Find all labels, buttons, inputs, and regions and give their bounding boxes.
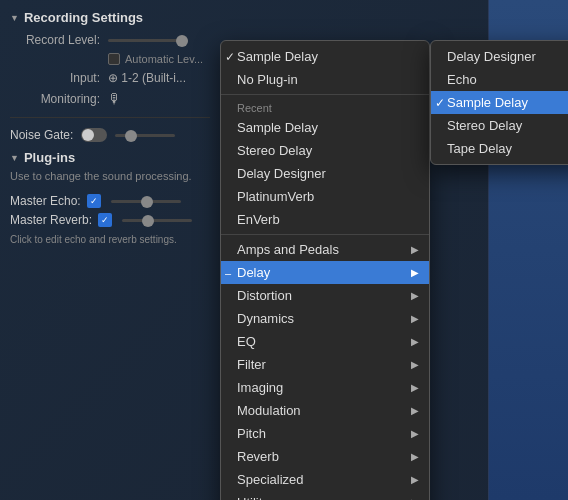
category-filter-label: Filter [237, 357, 266, 372]
recent-platinumverb[interactable]: PlatinumVerb [221, 185, 429, 208]
recent-stereo-delay[interactable]: Stereo Delay [221, 139, 429, 162]
master-reverb-row: Master Reverb: ✓ [10, 213, 230, 227]
amps-pedals-arrow: ▶ [411, 244, 419, 255]
record-level-row: Record Level: [10, 33, 230, 47]
recent-stereo-delay-label: Stereo Delay [237, 143, 312, 158]
eq-arrow: ▶ [411, 336, 419, 347]
sub-sample-delay-label: Sample Delay [447, 95, 528, 110]
sub-delay-designer-label: Delay Designer [447, 49, 536, 64]
category-imaging[interactable]: Imaging ▶ [221, 376, 429, 399]
noise-gate-row: Noise Gate: [10, 128, 230, 142]
master-echo-row: Master Echo: ✓ [10, 194, 230, 208]
master-reverb-checkbox[interactable]: ✓ [98, 213, 112, 227]
master-echo-checkbox[interactable]: ✓ [87, 194, 101, 208]
plugins-triangle-icon: ▼ [10, 153, 19, 163]
recent-platinumverb-label: PlatinumVerb [237, 189, 314, 204]
master-echo-slider[interactable] [111, 200, 181, 203]
sub-echo[interactable]: Echo [431, 68, 568, 91]
record-level-slider[interactable] [108, 39, 188, 42]
plugins-section: ▼ Plug-ins Use to change the sound proce… [10, 150, 230, 247]
menu-item-sample-delay-top-label: Sample Delay [237, 49, 318, 64]
menu-item-no-plugin-label: No Plug-in [237, 72, 298, 87]
separator-2 [221, 234, 429, 235]
sub-stereo-delay[interactable]: Stereo Delay [431, 114, 568, 137]
category-utility[interactable]: Utility ▶ [221, 491, 429, 500]
input-label: Input: [10, 71, 100, 85]
modulation-arrow: ▶ [411, 405, 419, 416]
recent-enverb[interactable]: EnVerb [221, 208, 429, 231]
dynamics-arrow: ▶ [411, 313, 419, 324]
sub-sample-delay[interactable]: Sample Delay [431, 91, 568, 114]
main-dropdown-menu: Sample Delay No Plug-in Recent Sample De… [220, 40, 430, 500]
category-dynamics[interactable]: Dynamics ▶ [221, 307, 429, 330]
recent-label: Recent [221, 98, 429, 116]
monitoring-label: Monitoring: [10, 92, 100, 106]
category-filter[interactable]: Filter ▶ [221, 353, 429, 376]
category-amps-pedals[interactable]: Amps and Pedals ▶ [221, 238, 429, 261]
category-pitch[interactable]: Pitch ▶ [221, 422, 429, 445]
input-row: Input: ⊕ 1-2 (Built-i... [10, 71, 230, 85]
input-value: ⊕ 1-2 (Built-i... [108, 71, 186, 85]
master-reverb-slider[interactable] [122, 219, 192, 222]
category-utility-label: Utility [237, 495, 269, 500]
noise-gate-label: Noise Gate: [10, 128, 73, 142]
sub-tape-delay[interactable]: Tape Delay [431, 137, 568, 160]
auto-level-checkbox[interactable] [108, 53, 120, 65]
category-delay-label: Delay [237, 265, 270, 280]
specialized-arrow: ▶ [411, 474, 419, 485]
mic-icon: 🎙 [108, 91, 122, 107]
category-imaging-label: Imaging [237, 380, 283, 395]
noise-gate-toggle[interactable] [81, 128, 107, 142]
category-amps-pedals-label: Amps and Pedals [237, 242, 339, 257]
noise-gate-slider[interactable] [115, 134, 175, 137]
click-to-edit-text: Click to edit echo and reverb settings. [10, 233, 230, 247]
sub-delay-designer[interactable]: Delay Designer [431, 45, 568, 68]
recent-enverb-label: EnVerb [237, 212, 280, 227]
noise-gate-thumb [125, 130, 137, 142]
master-reverb-thumb [142, 215, 154, 227]
category-delay[interactable]: – Delay ▶ [221, 261, 429, 284]
sub-stereo-delay-label: Stereo Delay [447, 118, 522, 133]
delay-arrow: ▶ [411, 267, 419, 278]
category-eq-label: EQ [237, 334, 256, 349]
menu-item-no-plugin[interactable]: No Plug-in [221, 68, 429, 91]
recording-settings-header: ▼ Recording Settings [10, 10, 230, 25]
record-level-label: Record Level: [10, 33, 100, 47]
monitoring-row: Monitoring: 🎙 [10, 91, 230, 107]
category-reverb-label: Reverb [237, 449, 279, 464]
category-eq[interactable]: EQ ▶ [221, 330, 429, 353]
category-distortion-label: Distortion [237, 288, 292, 303]
imaging-arrow: ▶ [411, 382, 419, 393]
recent-sample-delay-label: Sample Delay [237, 120, 318, 135]
recent-delay-designer[interactable]: Delay Designer [221, 162, 429, 185]
master-reverb-label: Master Reverb: [10, 213, 92, 227]
auto-level-row: Automatic Lev... [108, 53, 230, 65]
category-modulation[interactable]: Modulation ▶ [221, 399, 429, 422]
recent-sample-delay[interactable]: Sample Delay [221, 116, 429, 139]
triangle-icon: ▼ [10, 13, 19, 23]
menu-item-sample-delay-top[interactable]: Sample Delay [221, 45, 429, 68]
sub-echo-label: Echo [447, 72, 477, 87]
divider-1 [10, 117, 210, 118]
category-reverb[interactable]: Reverb ▶ [221, 445, 429, 468]
auto-level-label: Automatic Lev... [125, 53, 203, 65]
category-dynamics-label: Dynamics [237, 311, 294, 326]
noise-gate-knob [82, 129, 94, 141]
plugins-header: ▼ Plug-ins [10, 150, 230, 165]
pitch-arrow: ▶ [411, 428, 419, 439]
sub-tape-delay-label: Tape Delay [447, 141, 512, 156]
recording-settings-panel: ▼ Recording Settings Record Level: Autom… [10, 10, 230, 247]
plugins-description: Use to change the sound processing. [10, 169, 230, 184]
master-echo-thumb [141, 196, 153, 208]
category-distortion[interactable]: Distortion ▶ [221, 284, 429, 307]
category-pitch-label: Pitch [237, 426, 266, 441]
separator-1 [221, 94, 429, 95]
delay-submenu: Delay Designer Echo Sample Delay Stereo … [430, 40, 568, 165]
record-level-thumb [176, 35, 188, 47]
master-echo-label: Master Echo: [10, 194, 81, 208]
recording-settings-title: Recording Settings [24, 10, 143, 25]
category-specialized[interactable]: Specialized ▶ [221, 468, 429, 491]
filter-arrow: ▶ [411, 359, 419, 370]
recent-delay-designer-label: Delay Designer [237, 166, 326, 181]
reverb-arrow: ▶ [411, 451, 419, 462]
